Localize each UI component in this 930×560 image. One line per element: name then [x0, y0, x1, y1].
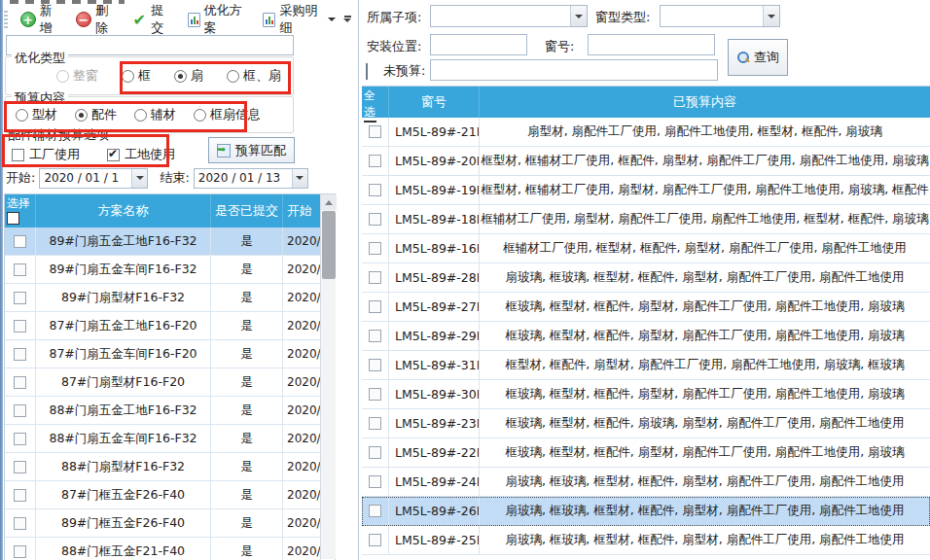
table-row[interactable]: 89#门扇五金工地F16-F32是2020/0: [5, 228, 335, 256]
row-checkbox[interactable]: [369, 300, 381, 313]
row-checkbox[interactable]: [369, 242, 381, 255]
row-checkbox[interactable]: [14, 292, 26, 304]
radio-option[interactable]: 框: [122, 67, 151, 85]
plan-name-column-header[interactable]: 方案名称: [36, 194, 211, 228]
usage-checkbox-option[interactable]: 工地使用: [107, 146, 175, 163]
row-select-cell[interactable]: [5, 284, 36, 311]
row-checkbox[interactable]: [14, 348, 26, 361]
end-date-dropdown-button[interactable]: [292, 169, 307, 188]
row-checkbox[interactable]: [14, 263, 26, 276]
sub-item-combobox[interactable]: [430, 5, 588, 27]
row-select-cell[interactable]: [362, 380, 389, 408]
radio-option[interactable]: 辅材: [134, 106, 176, 123]
toolbar-button[interactable]: 优化方案: [185, 0, 251, 39]
row-select-cell[interactable]: [362, 234, 389, 262]
panel-splitter[interactable]: [358, 0, 359, 560]
row-select-cell[interactable]: [362, 409, 389, 438]
row-checkbox[interactable]: [14, 545, 26, 558]
row-select-cell[interactable]: [362, 322, 389, 350]
plan-table-scrollbar[interactable]: [320, 194, 336, 559]
toolbar-button[interactable]: −删除: [73, 0, 119, 39]
table-row[interactable]: LM5L-89#-25F23扇玻璃, 框玻璃, 框型材, 框配件, 扇型材, 扇…: [362, 526, 930, 555]
table-row[interactable]: LM5L-89#-20F18框型材, 框辅材工厂使用, 框配件, 扇型材, 扇配…: [362, 147, 930, 176]
row-checkbox[interactable]: [369, 184, 381, 196]
row-checkbox[interactable]: [14, 433, 26, 445]
row-select-cell[interactable]: [362, 468, 389, 496]
window-no-column-header[interactable]: 窗号: [389, 87, 480, 118]
radio-option[interactable]: 扇: [174, 67, 203, 85]
row-checkbox[interactable]: [369, 534, 381, 546]
row-checkbox[interactable]: [369, 417, 381, 430]
row-checkbox[interactable]: [369, 271, 381, 284]
table-row[interactable]: LM5L-89#-18F16框辅材工厂使用, 扇型材, 扇配件工厂使用, 扇配件…: [362, 205, 930, 234]
toolbar-button[interactable]: 采购明细: [260, 0, 339, 39]
row-select-cell[interactable]: [5, 340, 36, 368]
row-select-cell[interactable]: [5, 397, 36, 424]
row-select-cell[interactable]: [5, 425, 36, 452]
row-select-cell[interactable]: [362, 293, 389, 321]
row-checkbox[interactable]: [369, 446, 381, 459]
row-select-cell[interactable]: [5, 312, 36, 339]
scroll-up-button[interactable]: [321, 194, 337, 210]
row-select-cell[interactable]: [362, 176, 389, 204]
window-type-dropdown-button[interactable]: [763, 6, 779, 26]
submitted-column-header[interactable]: 是否已提交: [211, 194, 283, 228]
row-select-cell[interactable]: [362, 438, 389, 467]
table-row[interactable]: LM5L-89#-28F26扇玻璃, 框玻璃, 框型材, 框配件, 扇型材, 扇…: [362, 263, 930, 293]
table-row[interactable]: 87#门扇五金工地F16-F20是2020/0: [5, 312, 335, 340]
radio-option[interactable]: 框扇信息: [194, 106, 261, 123]
row-checkbox[interactable]: [369, 330, 381, 342]
row-checkbox[interactable]: [369, 475, 381, 488]
table-row[interactable]: 89#门框五金F26-F40是2020/0: [5, 509, 335, 538]
row-select-cell[interactable]: [5, 228, 36, 255]
row-select-cell[interactable]: [5, 481, 36, 508]
row-select-cell[interactable]: [5, 453, 36, 480]
row-checkbox[interactable]: [369, 125, 381, 138]
no-budget-input[interactable]: [430, 59, 718, 81]
row-checkbox[interactable]: [369, 359, 381, 371]
table-row[interactable]: 88#门框五金F21-F40是2020/0: [5, 538, 335, 560]
no-budget-checkbox[interactable]: [366, 63, 368, 80]
radio-option[interactable]: 配件: [75, 106, 117, 123]
row-checkbox[interactable]: [369, 155, 381, 167]
table-row[interactable]: 87#门扇型材F16-F20是2020/0: [5, 368, 335, 397]
window-type-combobox[interactable]: [660, 5, 780, 27]
toolbar-overflow-button[interactable]: [340, 10, 354, 27]
radio-option[interactable]: 型材: [16, 106, 57, 123]
toolbar-button[interactable]: +新增: [18, 0, 63, 39]
table-row[interactable]: 88#门扇五金车间F16-F32是2020/0: [5, 425, 335, 453]
row-select-cell[interactable]: [362, 526, 389, 554]
table-row[interactable]: 89#门扇型材F16-F32是2020/0: [5, 284, 335, 312]
row-checkbox[interactable]: [14, 376, 26, 389]
row-select-cell[interactable]: [5, 256, 36, 283]
table-row[interactable]: LM5L-89#-21F19扇型材, 扇配件工厂使用, 扇配件工地使用, 框型材…: [362, 118, 930, 147]
window-no-input[interactable]: [588, 34, 715, 55]
row-select-cell[interactable]: [5, 509, 36, 537]
table-row[interactable]: 88#门扇五金工地F16-F32是2020/0: [5, 397, 335, 425]
table-row[interactable]: LM5L-89#-22F20框玻璃, 框型材, 框配件, 扇型材, 扇配件工厂使…: [362, 438, 930, 468]
row-checkbox[interactable]: [14, 461, 26, 473]
radio-option[interactable]: 框、扇: [227, 67, 281, 85]
row-select-cell[interactable]: [5, 538, 36, 560]
table-row[interactable]: LM5L-89#-29F27框玻璃, 框型材, 框配件, 扇型材, 扇配件工厂使…: [362, 322, 930, 351]
row-select-cell[interactable]: [5, 368, 36, 396]
select-all-checkbox[interactable]: [364, 121, 376, 122]
table-row[interactable]: LM5L-89#-23F21框玻璃, 框型材, 框配件, 扇玻璃, 扇型材, 扇…: [362, 409, 930, 438]
row-checkbox[interactable]: [14, 404, 26, 417]
row-select-cell[interactable]: [362, 263, 389, 292]
usage-checkbox-option[interactable]: 工厂使用: [12, 146, 80, 163]
query-button[interactable]: 查询: [728, 39, 788, 76]
start-date-dropdown-button[interactable]: [131, 169, 147, 188]
row-checkbox[interactable]: [14, 235, 26, 248]
budget-match-button[interactable]: 预算匹配: [208, 137, 295, 163]
start-column-header[interactable]: 开始: [283, 194, 321, 228]
row-checkbox[interactable]: [14, 320, 26, 332]
end-date-picker[interactable]: 2020 / 01 / 13: [194, 168, 308, 189]
table-row[interactable]: LM5L-89#-30F28框玻璃, 框型材, 框配件, 扇型材, 扇配件工厂使…: [362, 380, 930, 409]
table-row[interactable]: LM5L-89#-26F24扇玻璃, 框玻璃, 框型材, 框配件, 扇型材, 扇…: [362, 497, 930, 526]
row-checkbox[interactable]: [14, 517, 26, 530]
table-row[interactable]: LM5L-89#-19F17框型材, 框辅材工厂使用, 扇型材, 扇配件工厂使用…: [362, 176, 930, 205]
row-checkbox[interactable]: [14, 489, 26, 502]
toolbar-button[interactable]: ✔提交: [128, 0, 174, 39]
row-checkbox[interactable]: [369, 505, 381, 517]
